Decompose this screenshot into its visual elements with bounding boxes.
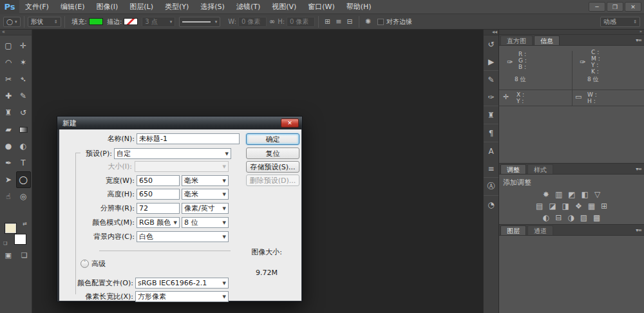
menu-view[interactable]: 视图(V) (266, 0, 302, 14)
vibrance-icon[interactable]: ▽ (594, 191, 600, 199)
brush-panel-icon[interactable]: ✎ (484, 71, 498, 88)
paragraph-styles-panel-icon[interactable]: ≡ (484, 160, 498, 177)
gradient-tool[interactable] (16, 121, 31, 138)
color-mode-select[interactable]: RGB 颜色▼ (137, 217, 180, 228)
panel-collapse-arrows[interactable]: » (499, 30, 644, 35)
color-profile-select[interactable]: sRGB IEC61966-2.1▼ (135, 278, 229, 289)
curves-icon[interactable]: ◩ (568, 191, 575, 199)
close-button[interactable]: ✕ (625, 2, 641, 12)
path-operations-icon[interactable]: ⊞ (322, 17, 333, 26)
channel-mixer-icon[interactable]: ▦ (588, 202, 595, 211)
brush-tool[interactable]: ✎ (16, 88, 31, 104)
history-panel-icon[interactable]: ↺ (484, 35, 498, 53)
ok-button[interactable]: 确定 (246, 133, 299, 145)
gradient-map-icon[interactable]: ▨ (580, 214, 587, 222)
invert-icon[interactable]: ◐ (543, 214, 549, 222)
levels-icon[interactable]: ▥ (555, 191, 562, 199)
restore-button[interactable]: ❐ (607, 2, 623, 12)
tab-histogram[interactable]: 直方图 (500, 35, 533, 45)
tab-layers[interactable]: 图层 (500, 225, 526, 235)
menu-filter[interactable]: 滤镜(T) (231, 0, 266, 14)
rectangular-marquee-tool[interactable]: ▢ (1, 37, 16, 54)
timeline-panel-icon[interactable]: ◔ (484, 196, 498, 213)
exposure-icon[interactable]: ◧ (582, 191, 589, 199)
stroke-color-swatch[interactable] (124, 18, 138, 25)
panel-menu-icon[interactable]: ▾≡ (636, 166, 641, 172)
menu-help[interactable]: 帮助(H) (341, 0, 377, 14)
default-colors-icon[interactable]: ❏ (3, 241, 7, 246)
link-dimensions-icon[interactable]: ∞ (267, 17, 278, 26)
path-selection-tool[interactable]: ➤ (1, 171, 16, 188)
fill-color-swatch[interactable] (89, 18, 103, 25)
shape-width-field[interactable]: 0 像素 (238, 17, 267, 27)
paragraph-panel-icon[interactable]: ¶ (484, 124, 498, 142)
background-color-swatch[interactable] (14, 234, 26, 245)
preset-select[interactable]: 自定▼ (114, 148, 231, 159)
hue-saturation-icon[interactable]: ▤ (536, 202, 543, 211)
photo-filter-icon[interactable]: ❖ (575, 202, 582, 211)
menu-window[interactable]: 窗口(W) (302, 0, 340, 14)
color-lookup-icon[interactable]: ⊞ (601, 202, 607, 211)
character-styles-panel-icon[interactable]: Ⓐ (484, 178, 498, 195)
hand-tool[interactable]: ☝ (1, 188, 16, 205)
dialog-close-button[interactable]: ✕ (281, 119, 299, 128)
screen-mode-button[interactable]: ❏ (21, 251, 28, 260)
menu-type[interactable]: 类型(Y) (159, 0, 194, 14)
zoom-tool[interactable]: ◎ (16, 188, 31, 205)
resolution-input[interactable] (137, 203, 180, 214)
advanced-toggle-icon[interactable]: ˆ (80, 260, 89, 268)
workspace-switcher[interactable]: 动感 ⇕ (600, 17, 640, 27)
stroke-width-select[interactable]: 3 点 ▾ (142, 17, 175, 27)
menu-layer[interactable]: 图层(L) (124, 0, 159, 14)
shape-height-field[interactable]: 0 像素 (287, 17, 315, 27)
align-edges-checkbox[interactable] (377, 19, 384, 25)
height-unit-select[interactable]: 毫米▼ (182, 189, 229, 200)
ellipse-tool[interactable]: ◯ (16, 171, 31, 188)
type-tool[interactable]: T (16, 155, 31, 171)
toolbar-collapse-arrows[interactable]: « (0, 30, 32, 35)
pen-tool[interactable]: ✒ (1, 155, 16, 171)
width-unit-select[interactable]: 毫米▼ (182, 175, 229, 186)
stroke-type-select[interactable]: ▾ (179, 17, 220, 27)
clone-source-panel-icon[interactable]: ♜ (484, 106, 498, 124)
black-white-icon[interactable]: ◨ (562, 202, 569, 211)
panel-menu-icon[interactable]: ▾≡ (636, 227, 641, 233)
swap-colors-icon[interactable]: ⇄ (23, 221, 27, 227)
width-input[interactable] (137, 175, 180, 186)
tool-preset-picker[interactable]: ◯ ▾ (3, 17, 21, 27)
lasso-tool[interactable]: ◠ (1, 54, 16, 71)
history-brush-tool[interactable]: ↺ (16, 104, 31, 121)
bit-depth-select[interactable]: 8 位▼ (182, 217, 229, 228)
gear-icon[interactable]: ✺ (363, 17, 374, 26)
resolution-unit-select[interactable]: 像素/英寸▼ (182, 203, 229, 214)
posterize-icon[interactable]: ⊟ (555, 214, 562, 222)
path-arrangement-icon[interactable]: ⊟ (345, 17, 355, 26)
clone-stamp-tool[interactable]: ♜ (1, 104, 16, 121)
menu-edit[interactable]: 编辑(E) (55, 0, 91, 14)
background-contents-select[interactable]: 白色▼ (137, 231, 229, 242)
path-alignment-icon[interactable]: ≡ (333, 17, 344, 26)
quick-mask-button[interactable]: ▣ (5, 251, 11, 260)
character-panel-icon[interactable]: A (484, 142, 498, 160)
name-input[interactable] (137, 133, 240, 144)
minimize-button[interactable]: ─ (589, 2, 605, 12)
dock-expand-arrows[interactable]: ◂◂ (484, 30, 498, 35)
dodge-tool[interactable]: ◐ (16, 138, 31, 155)
save-preset-button[interactable]: 存储预设(S)... (246, 161, 299, 173)
move-tool[interactable]: ✛ (16, 37, 31, 54)
foreground-color-swatch[interactable] (5, 223, 17, 234)
crop-tool[interactable]: ✂ (1, 71, 16, 88)
tab-styles[interactable]: 样式 (527, 164, 553, 174)
eyedropper-tool[interactable]: ➴ (16, 71, 31, 88)
panel-menu-icon[interactable]: ▾≡ (636, 37, 641, 43)
selective-color-icon[interactable]: ▩ (593, 214, 600, 222)
brightness-contrast-icon[interactable]: ✸ (543, 191, 549, 199)
height-input[interactable] (137, 189, 180, 200)
blur-tool[interactable]: ● (1, 138, 16, 155)
eraser-tool[interactable]: ▰ (1, 121, 16, 138)
spot-healing-brush-tool[interactable]: ✚ (1, 88, 16, 104)
menu-select[interactable]: 选择(S) (194, 0, 231, 14)
actions-panel-icon[interactable]: ▶ (484, 53, 498, 70)
magic-wand-tool[interactable]: ✶ (16, 54, 31, 71)
menu-image[interactable]: 图像(I) (90, 0, 124, 14)
